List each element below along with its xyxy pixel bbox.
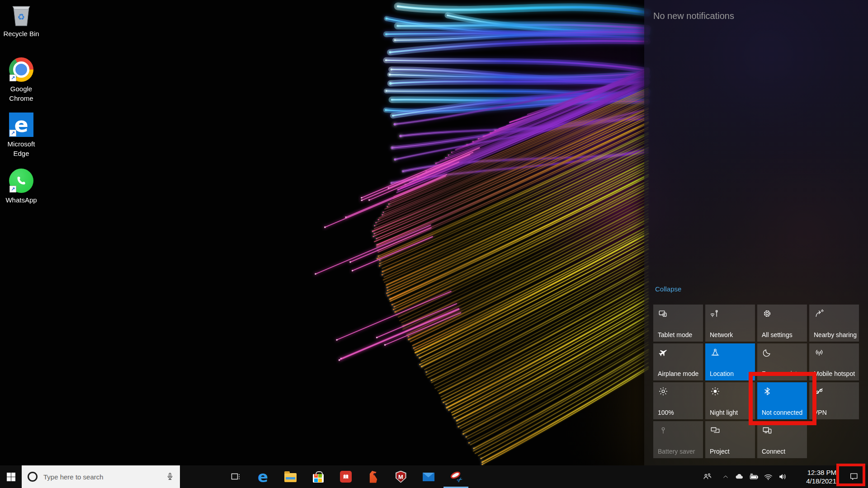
volume-tray-button[interactable]	[776, 465, 790, 488]
notifications-status-text: No new notifications	[653, 11, 734, 21]
file-explorer-button[interactable]	[277, 465, 304, 488]
clock-time: 12:38 PM	[795, 468, 836, 477]
tablet-mode-icon	[658, 309, 668, 320]
clock-date: 4/18/2021	[795, 477, 836, 485]
battery-saver-leaf-icon	[658, 425, 668, 437]
start-button[interactable]	[0, 465, 22, 488]
battery-charging-icon	[749, 472, 760, 482]
chrome-icon: ↗	[9, 57, 34, 82]
quick-action-connect[interactable]: Connect	[757, 421, 807, 458]
collapse-link[interactable]: Collapse	[655, 285, 681, 293]
quick-action-bluetooth[interactable]: Not connected	[757, 382, 807, 419]
quick-action-night-light[interactable]: Night light	[705, 382, 755, 419]
taskbar-clock[interactable]: 12:38 PM 4/18/2021	[795, 468, 836, 485]
edge-icon: e	[258, 469, 268, 484]
windows-desktop: ♻ Recycle Bin ↗ GoogleChrome e ↗ Microso…	[0, 0, 868, 488]
orange-profile-app-button[interactable]	[359, 465, 387, 488]
volume-speaker-icon	[778, 472, 788, 482]
system-tray: 12:38 PM 4/18/2021	[700, 465, 868, 488]
desktop-icon-recycle-bin[interactable]: ♻ Recycle Bin	[0, 2, 42, 38]
edge-icon: e ↗	[9, 112, 34, 137]
brightness-sun-icon	[658, 386, 668, 398]
desktop-icon-label: GoogleChrome	[9, 84, 33, 103]
desktop-icon-microsoft-edge[interactable]: e ↗ MicrosoftEdge	[0, 112, 42, 158]
cortana-ring-icon	[28, 472, 38, 482]
mail-icon	[423, 473, 434, 481]
quick-action-project[interactable]: Project	[705, 421, 755, 458]
quick-action-nearby-sharing[interactable]: Nearby sharing	[809, 305, 859, 342]
wifi-icon	[764, 472, 774, 482]
settings-gear-icon	[762, 309, 772, 320]
shortcut-arrow-icon: ↗	[9, 186, 16, 192]
wifi-tray-button[interactable]	[761, 465, 776, 488]
search-input[interactable]	[38, 473, 165, 481]
quick-action-vpn[interactable]: VPN	[809, 382, 859, 419]
nearby-sharing-icon	[814, 309, 824, 320]
windows-logo-icon	[7, 473, 15, 481]
mobile-hotspot-icon	[814, 347, 824, 359]
quick-action-battery-saver[interactable]: Battery saver	[653, 421, 703, 458]
desktop-icon-label: WhatsApp	[5, 195, 37, 205]
project-displays-icon	[710, 425, 720, 437]
quick-action-airplane-mode[interactable]: Airplane mode	[653, 343, 703, 380]
quick-action-all-settings[interactable]: All settings	[757, 305, 807, 342]
chevron-up-icon	[722, 473, 729, 480]
microsoft-store-icon	[313, 474, 324, 483]
bluetooth-icon	[762, 386, 772, 398]
quick-actions-grid: Tablet mode Network All settings Nearby …	[653, 305, 859, 458]
desktop-icon-google-chrome[interactable]: ↗ GoogleChrome	[0, 57, 42, 103]
file-explorer-icon	[284, 473, 297, 482]
desktop-icon-whatsapp[interactable]: ↗ WhatsApp	[0, 168, 42, 205]
mcafee-shield-icon: M	[396, 471, 406, 483]
people-icon	[703, 472, 712, 482]
quick-action-network[interactable]: Network	[705, 305, 755, 342]
recycle-glyph: ♻	[18, 12, 25, 22]
snipping-tool-icon: ✂	[449, 470, 463, 483]
airplane-icon	[658, 347, 668, 359]
orange-profile-app-icon	[368, 471, 379, 483]
reader-book-icon	[340, 471, 352, 483]
reader-app-button[interactable]	[332, 465, 359, 488]
battery-tray-button[interactable]	[747, 465, 761, 488]
taskbar-edge-button[interactable]: e	[249, 465, 277, 488]
location-icon	[710, 347, 720, 359]
focus-assist-moon-icon	[762, 347, 772, 359]
hidden-icons-chevron-button[interactable]	[719, 465, 732, 488]
quick-action-focus-assist[interactable]: Focus assist	[757, 343, 807, 380]
quick-action-location[interactable]: Location	[705, 343, 755, 380]
onedrive-tray-button[interactable]	[732, 465, 747, 488]
shortcut-arrow-icon: ↗	[9, 75, 16, 81]
taskbar-pinned-apps: e M ✂	[222, 465, 470, 488]
task-view-button[interactable]	[222, 465, 249, 488]
action-center-tray-button[interactable]	[840, 465, 868, 488]
vpn-icon	[814, 386, 824, 398]
taskbar-search[interactable]	[22, 465, 180, 488]
taskbar: e M ✂	[0, 465, 868, 488]
mail-button[interactable]	[415, 465, 442, 488]
microsoft-store-button[interactable]	[304, 465, 332, 488]
desktop-icon-label: MicrosoftEdge	[8, 139, 35, 158]
network-icon	[710, 309, 720, 320]
quick-action-brightness[interactable]: 100%	[653, 382, 703, 419]
microphone-icon[interactable]	[165, 472, 175, 482]
quick-action-mobile-hotspot[interactable]: Mobile hotspot	[809, 343, 859, 380]
task-view-icon	[230, 471, 241, 482]
people-tray-button[interactable]	[700, 465, 715, 488]
snipping-tool-button[interactable]: ✂	[442, 465, 470, 488]
onedrive-cloud-icon	[735, 472, 745, 482]
connect-devices-icon	[762, 425, 772, 437]
quick-action-tablet-mode[interactable]: Tablet mode	[653, 305, 703, 342]
action-center-panel: No new notifications Collapse Tablet mod…	[644, 0, 868, 465]
action-center-icon	[849, 472, 859, 482]
recycle-bin-icon: ♻	[9, 2, 34, 27]
desktop-icon-label: Recycle Bin	[3, 29, 39, 38]
shortcut-arrow-icon: ↗	[9, 130, 16, 136]
mcafee-button[interactable]: M	[387, 465, 415, 488]
whatsapp-icon: ↗	[9, 168, 34, 193]
night-light-icon	[710, 386, 720, 398]
